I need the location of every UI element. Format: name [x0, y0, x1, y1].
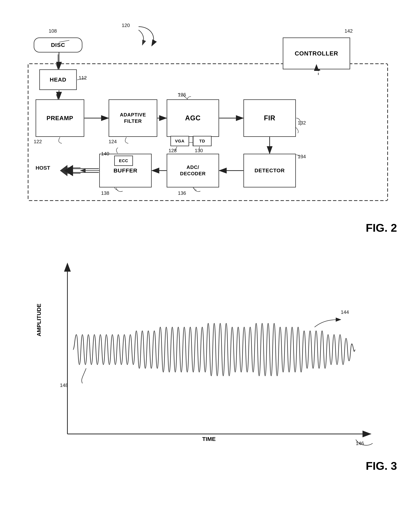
svg-marker-14 [60, 165, 67, 176]
ref-130: 130 [195, 148, 203, 154]
ref-146: 146 [356, 441, 364, 446]
ref-134: 134 [298, 154, 306, 159]
td-block: TD [193, 136, 212, 146]
ref-108: 108 [49, 28, 57, 34]
ref-112: 112 [79, 75, 87, 81]
host-label: HOST [36, 165, 50, 171]
agc-block: AGC [167, 99, 219, 137]
ref-126: 126 [178, 92, 186, 98]
ref-122: 122 [34, 139, 42, 144]
fig3-label: FIG. 3 [366, 459, 397, 472]
ref-132: 132 [298, 120, 306, 126]
ref-140: 140 [101, 151, 109, 157]
ref-124: 124 [109, 139, 117, 144]
adc-decoder-block: ADC/ DECODER [167, 154, 219, 187]
ref-142: 142 [345, 28, 353, 34]
ref-148: 148 [60, 382, 68, 388]
fir-block: FIR [243, 99, 296, 137]
ref-144: 144 [341, 309, 349, 315]
detector-block: DETECTOR [243, 154, 296, 187]
svg-marker-32 [64, 165, 73, 176]
fig2-diagram: DISC 108 HEAD 112 PREAMP 122 ADAPTIVE FI… [15, 11, 408, 236]
ref-128: 128 [168, 148, 177, 154]
ecc-block: ECC [114, 156, 133, 166]
adaptive-filter-block: ADAPTIVE FILTER [109, 99, 157, 137]
fig3-diagram: AMPLITUDE TIME 144 146 148 FIG. 3 [15, 251, 408, 476]
time-label: TIME [202, 436, 216, 442]
ref-120: 120 [122, 22, 130, 28]
ref-138: 138 [101, 190, 109, 196]
head-block: HEAD [39, 69, 77, 90]
vga-block: VGA [170, 136, 189, 146]
ref-136: 136 [178, 190, 186, 196]
preamp-block: PREAMP [36, 99, 84, 137]
fig2-label: FIG. 2 [366, 221, 397, 234]
page: DISC 108 HEAD 112 PREAMP 122 ADAPTIVE FI… [0, 0, 420, 487]
amplitude-label: AMPLITUDE [36, 304, 42, 336]
disc-block: DISC [34, 37, 82, 52]
controller-block: CONTROLLER [283, 37, 350, 69]
